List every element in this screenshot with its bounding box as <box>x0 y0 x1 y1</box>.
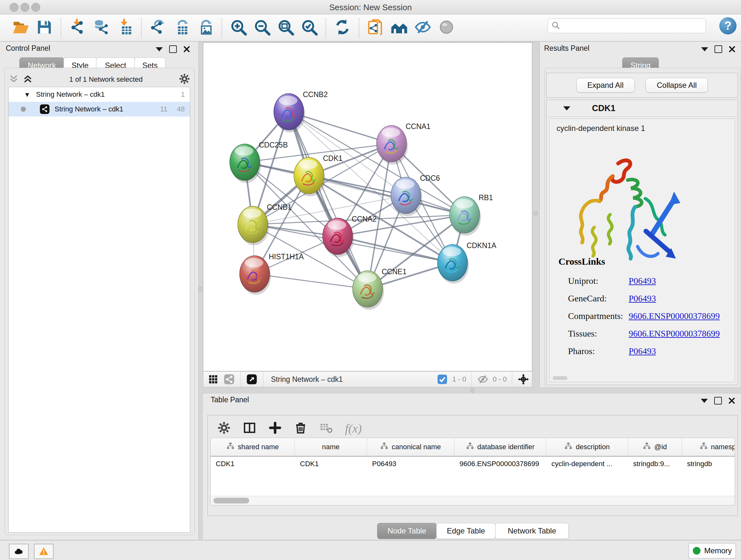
column-header-namespace[interactable]: namespace <box>682 438 735 456</box>
cytoscape-window: Session: New Session ? Control Panel Net… <box>0 0 741 560</box>
table-close-icon[interactable] <box>728 397 735 404</box>
fit-content-crosshair-icon[interactable] <box>518 374 529 385</box>
table-float-icon[interactable] <box>714 397 722 405</box>
node-CDKN1A[interactable]: CDKN1A <box>437 241 496 284</box>
node-CDC6[interactable]: CDC6 <box>391 174 440 216</box>
birdseye-button[interactable] <box>436 17 457 38</box>
clipboard-network-button[interactable] <box>365 17 386 38</box>
float-panel-icon[interactable] <box>169 45 177 53</box>
network-options-gear-icon[interactable] <box>179 73 190 86</box>
memory-button[interactable]: Memory <box>689 543 736 558</box>
network-view-toolbar: String Network – cdk1 1 - 0 0 - 0 <box>203 371 532 387</box>
edge-h1-e1[interactable] <box>255 274 367 289</box>
left-splitter-handle[interactable] <box>198 287 203 291</box>
node-label-CDK1: CDK1 <box>323 154 342 163</box>
table-gear-button[interactable] <box>217 421 231 436</box>
zoom-fit-button[interactable] <box>275 17 296 38</box>
search-input[interactable] <box>562 21 702 30</box>
collapse-all-icon[interactable] <box>8 73 19 85</box>
node-CCNA2[interactable]: CCNA2 <box>323 215 377 257</box>
collapse-all-button[interactable]: Collapse All <box>646 78 708 92</box>
home-button[interactable] <box>389 17 410 38</box>
import-table-button[interactable] <box>114 17 135 38</box>
panel-menu-icon[interactable] <box>156 47 163 51</box>
node-label-HIST1H1A: HIST1H1A <box>269 253 304 261</box>
column-header-database-identifier[interactable]: database identifier <box>455 438 546 456</box>
warnings-button[interactable] <box>34 544 54 559</box>
help-button[interactable]: ? <box>719 17 737 35</box>
edge-a2-p21[interactable] <box>338 236 453 263</box>
column-header-description[interactable]: description <box>546 438 628 456</box>
import-database-button[interactable] <box>91 17 112 38</box>
open-folder-button[interactable] <box>10 17 31 38</box>
share-view-icon[interactable] <box>224 374 234 385</box>
crosslink-genecard-link[interactable]: P06493 <box>629 294 656 304</box>
results-hscroll-thumb[interactable] <box>553 376 567 380</box>
table-row[interactable]: CDK1CDK1P064939606.ENSP00000378699cyclin… <box>211 456 735 471</box>
network-row[interactable]: String Network – cdk1 11 48 <box>9 102 190 117</box>
results-menu-icon[interactable] <box>701 47 708 51</box>
collection-expand-icon[interactable] <box>25 90 29 99</box>
zoom-out-button[interactable] <box>252 17 273 38</box>
column-header-canonical-name[interactable]: canonical name <box>367 438 455 456</box>
clipboard-network-icon <box>367 18 384 37</box>
selected-checkbox-icon[interactable] <box>437 374 448 385</box>
table-table-delete-button[interactable] <box>320 421 333 436</box>
table-hscroll-thumb[interactable] <box>213 498 249 503</box>
column-header-shared-name[interactable]: shared name <box>211 438 295 456</box>
grid-view-icon[interactable] <box>208 374 219 385</box>
node-HIST1H1A[interactable]: HIST1H1A <box>240 253 304 295</box>
expand-all-button[interactable]: Expand All <box>576 78 635 92</box>
edge-b2-e1[interactable] <box>289 112 367 289</box>
hide-graphics-button[interactable] <box>412 17 433 38</box>
crosslink-tissues-link[interactable]: 9606.ENSP00000378699 <box>629 328 720 339</box>
tab-network-table[interactable]: Network Table <box>495 523 569 539</box>
table-trash-button[interactable] <box>294 421 307 436</box>
table-plus-button[interactable] <box>268 421 282 436</box>
network-list: String Network – cdk1 1 String Network –… <box>8 87 190 533</box>
tab-edge-table[interactable]: Edge Table <box>436 523 495 539</box>
network-canvas[interactable]: CCNB2 CCNA1 CDC25B <box>203 43 532 371</box>
results-close-icon[interactable] <box>729 46 736 53</box>
node-CCNA1[interactable]: CCNA1 <box>377 122 430 165</box>
export-network-button[interactable] <box>147 17 169 38</box>
close-panel-icon[interactable] <box>183 46 190 53</box>
crosslink-uniprot-link[interactable]: P06493 <box>629 276 656 286</box>
table-hscrollbar[interactable] <box>211 496 735 505</box>
network-collection-row[interactable]: String Network – cdk1 1 <box>9 87 190 102</box>
refresh-button[interactable] <box>332 17 353 38</box>
hidden-eye-icon[interactable] <box>477 374 488 385</box>
table-menu-icon[interactable] <box>701 399 708 403</box>
collection-label: String Network – cdk1 <box>36 90 105 99</box>
zoom-in-button[interactable] <box>228 17 249 38</box>
zoom-out-icon <box>253 18 271 37</box>
node-RB1[interactable]: RB1 <box>450 193 493 236</box>
node-CDK1[interactable]: CDK1 <box>294 154 342 196</box>
zoom-selected-button[interactable] <box>299 17 320 38</box>
node-CCNE1[interactable]: CCNE1 <box>353 267 407 310</box>
bottom-splitter-handle[interactable] <box>470 388 475 393</box>
crosslink-pharos-link[interactable]: P06493 <box>629 346 656 356</box>
gene-section-header[interactable]: CDK1 <box>547 100 738 117</box>
gene-collapse-icon[interactable] <box>563 106 570 111</box>
results-float-icon[interactable] <box>715 45 722 53</box>
export-image-button[interactable] <box>195 17 216 38</box>
table-columns-button[interactable] <box>243 421 256 436</box>
node-CCNB1[interactable]: CCNB1 <box>238 203 292 245</box>
expand-all-icon[interactable] <box>22 73 33 85</box>
birdseye-toggle-icon[interactable] <box>246 374 257 385</box>
import-network-button[interactable] <box>67 17 88 38</box>
right-splitter-handle[interactable] <box>534 211 538 215</box>
column-header-name[interactable]: name <box>295 438 367 456</box>
crosslink-compartments-link[interactable]: 9606.ENSP00000378699 <box>629 311 720 321</box>
search-box[interactable] <box>548 18 706 33</box>
cell-@id: stringdb:9... <box>628 460 682 468</box>
tab-node-table[interactable]: Node Table <box>377 523 436 539</box>
node-CCNB2[interactable]: CCNB2 <box>274 90 328 132</box>
export-table-button[interactable] <box>171 17 192 38</box>
save-button[interactable] <box>34 17 55 38</box>
cloud-button[interactable] <box>9 544 29 559</box>
import-table-icon <box>116 18 133 37</box>
column-header-@id[interactable]: @id <box>628 438 682 456</box>
function-builder-button[interactable]: f(x) <box>345 422 362 435</box>
